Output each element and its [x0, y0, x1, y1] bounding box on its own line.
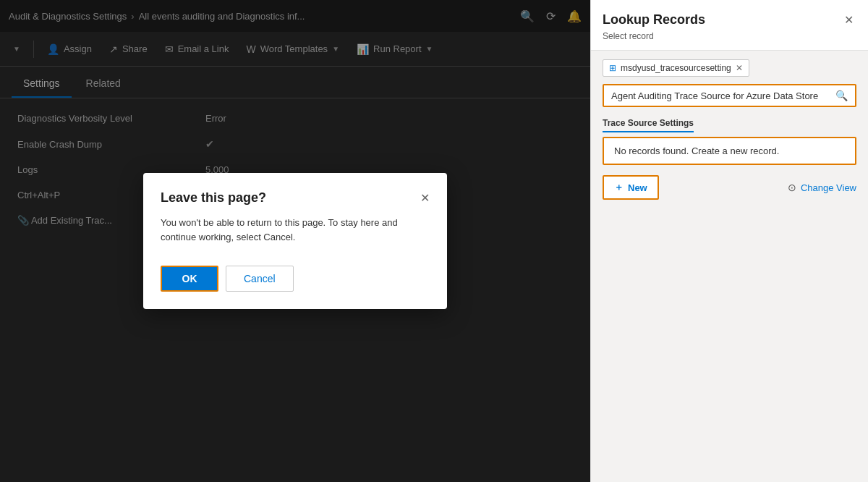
dialog-message: You won't be able to return to this page…: [161, 216, 430, 244]
tag-chip: ⊞ msdyusd_tracesourcesetting ✕: [603, 59, 749, 77]
cancel-button[interactable]: Cancel: [226, 266, 294, 292]
new-button[interactable]: ＋ New: [603, 175, 659, 200]
new-label: New: [628, 182, 647, 193]
dialog-title: Leave this page?: [161, 190, 266, 206]
ok-button[interactable]: OK: [161, 266, 218, 292]
change-view-button[interactable]: ⊙ Change View: [788, 182, 856, 193]
dialog-actions: OK Cancel: [161, 266, 430, 292]
dialog-overlay: Leave this page? ✕ You won't be able to …: [0, 0, 590, 482]
panel-header-top: Lookup Records ✕: [603, 10, 856, 30]
search-box: 🔍: [603, 84, 856, 107]
dialog-close-button[interactable]: ✕: [420, 191, 430, 205]
panel-title: Lookup Records: [603, 12, 705, 28]
search-input[interactable]: [611, 90, 830, 101]
plus-icon: ＋: [614, 181, 624, 194]
panel-close-button[interactable]: ✕: [841, 10, 856, 30]
section-label: Trace Source Settings: [603, 116, 856, 137]
change-view-label: Change View: [801, 182, 856, 193]
chip-label: msdyusd_tracesourcesetting: [621, 63, 731, 73]
panel-body: ⊞ msdyusd_tracesourcesetting ✕ 🔍 Trace S…: [591, 51, 868, 482]
dialog: Leave this page? ✕ You won't be able to …: [143, 173, 447, 309]
no-records-box: No records found. Create a new record.: [603, 137, 856, 165]
view-icon: ⊙: [788, 182, 796, 193]
panel-subtitle: Select record: [603, 31, 856, 41]
main-area: Audit & Diagnostics Settings › All event…: [0, 0, 590, 482]
search-icon[interactable]: 🔍: [835, 90, 848, 101]
chip-icon: ⊞: [609, 63, 616, 73]
new-btn-row: ＋ New ⊙ Change View: [603, 175, 856, 200]
no-records-text: No records found. Create a new record.: [614, 145, 779, 156]
dialog-header: Leave this page? ✕: [161, 190, 430, 206]
chip-close-button[interactable]: ✕: [736, 63, 743, 73]
right-panel: Lookup Records ✕ Select record ⊞ msdyusd…: [590, 0, 868, 482]
panel-header: Lookup Records ✕ Select record: [591, 0, 868, 51]
